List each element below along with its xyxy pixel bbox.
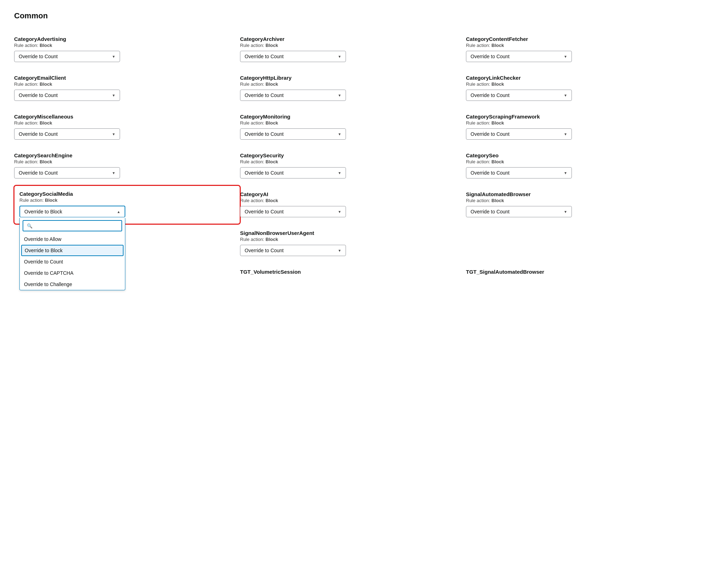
cat-seo-arrow: ▼ xyxy=(564,171,567,175)
tgt-volumetric-name: TGT_VolumetricSession xyxy=(240,269,459,275)
dropdown-item-count[interactable]: Override to Count xyxy=(20,256,125,267)
cat-miscellaneous-dropdown[interactable]: Override to Count ▼ xyxy=(14,128,120,140)
cat-miscellaneous-name: CategoryMiscellaneous xyxy=(14,114,233,120)
cat-archiver-dropdown-wrapper: Override to Count ▼ xyxy=(240,51,459,62)
cat-monitoring-name: CategoryMonitoring xyxy=(240,114,459,120)
cat-search-engine-dropdown[interactable]: Override to Count ▼ xyxy=(14,167,120,178)
cat-content-fetcher-rule: Rule action: Block xyxy=(466,43,685,48)
cell-cat-ai: CategoryAI Rule action: Block Override t… xyxy=(240,186,466,224)
cat-http-library-arrow: ▼ xyxy=(338,93,341,97)
cat-http-library-value: Override to Count xyxy=(245,92,284,98)
cat-advertising-rule: Rule action: Block xyxy=(14,43,233,48)
cat-social-media-rule: Rule action: Block xyxy=(19,198,234,203)
cat-scraping-framework-rule: Rule action: Block xyxy=(466,120,685,126)
cat-scraping-framework-dropdown[interactable]: Override to Count ▼ xyxy=(466,128,572,140)
cat-advertising-arrow: ▼ xyxy=(112,55,115,59)
cat-http-library-rule: Rule action: Block xyxy=(240,81,459,87)
cat-social-media-dropdown-wrapper: Override to Block ▲ 🔍 Override to Allow … xyxy=(19,206,234,217)
cat-content-fetcher-dropdown-wrapper: Override to Count ▼ xyxy=(466,51,685,62)
cat-ai-name: CategoryAI xyxy=(240,191,459,197)
cat-advertising-dropdown[interactable]: Override to Count ▼ xyxy=(14,51,120,62)
cat-link-checker-rule: Rule action: Block xyxy=(466,81,685,87)
cat-search-engine-dropdown-wrapper: Override to Count ▼ xyxy=(14,167,233,178)
cell-tgt-signal-automated: TGT_SignalAutomatedBrowser xyxy=(466,263,692,283)
cat-monitoring-rule: Rule action: Block xyxy=(240,120,459,126)
cat-security-value: Override to Count xyxy=(245,170,284,176)
cell-cat-miscellaneous: CategoryMiscellaneous Rule action: Block… xyxy=(14,108,240,147)
cat-security-dropdown[interactable]: Override to Count ▼ xyxy=(240,167,346,178)
cat-ai-dropdown-wrapper: Override to Count ▼ xyxy=(240,206,459,217)
cat-miscellaneous-dropdown-wrapper: Override to Count ▼ xyxy=(14,128,233,140)
cat-ai-rule: Rule action: Block xyxy=(240,198,459,203)
dropdown-item-challenge[interactable]: Override to Challenge xyxy=(20,279,125,290)
cat-email-client-arrow: ▼ xyxy=(112,93,115,97)
cat-http-library-dropdown[interactable]: Override to Count ▼ xyxy=(240,90,346,101)
cat-monitoring-arrow: ▼ xyxy=(338,132,341,136)
cat-content-fetcher-arrow: ▼ xyxy=(564,55,567,59)
cat-social-media-menu: 🔍 Override to Allow Override to Block Ov… xyxy=(19,218,125,290)
cat-seo-name: CategorySeo xyxy=(466,152,685,158)
cell-cat-email-client: CategoryEmailClient Rule action: Block O… xyxy=(14,69,240,108)
cat-archiver-dropdown[interactable]: Override to Count ▼ xyxy=(240,51,346,62)
cat-search-engine-name: CategorySearchEngine xyxy=(14,152,233,158)
cat-social-media-search-input[interactable] xyxy=(35,223,118,229)
cat-security-dropdown-wrapper: Override to Count ▼ xyxy=(240,167,459,178)
signal-automated-browser-dropdown-wrapper: Override to Count ▼ xyxy=(466,206,685,217)
cat-miscellaneous-rule: Rule action: Block xyxy=(14,120,233,126)
tgt-signal-automated-name: TGT_SignalAutomatedBrowser xyxy=(466,269,685,275)
dropdown-item-block[interactable]: Override to Block xyxy=(21,245,124,256)
cell-cat-http-library: CategoryHttpLibrary Rule action: Block O… xyxy=(240,69,466,108)
dropdown-item-allow[interactable]: Override to Allow xyxy=(20,234,125,245)
cat-archiver-rule: Rule action: Block xyxy=(240,43,459,48)
cat-content-fetcher-name: CategoryContentFetcher xyxy=(466,36,685,42)
cat-search-engine-value: Override to Count xyxy=(19,170,58,176)
cat-social-media-arrow: ▲ xyxy=(117,210,120,214)
main-grid: CategoryAdvertising Rule action: Block O… xyxy=(14,30,692,283)
cat-ai-value: Override to Count xyxy=(245,209,284,214)
cat-monitoring-value: Override to Count xyxy=(245,131,284,137)
dropdown-item-captcha[interactable]: Override to CAPTCHA xyxy=(20,267,125,279)
cat-security-name: CategorySecurity xyxy=(240,152,459,158)
cat-archiver-name: CategoryArchiver xyxy=(240,36,459,42)
cat-miscellaneous-value: Override to Count xyxy=(19,131,58,137)
cat-search-engine-arrow: ▼ xyxy=(112,171,115,175)
signal-non-browser-ua-rule: Rule action: Block xyxy=(240,237,459,242)
cat-scraping-framework-name: CategoryScrapingFramework xyxy=(466,114,685,120)
cell-cat-link-checker: CategoryLinkChecker Rule action: Block O… xyxy=(466,69,692,108)
cat-email-client-dropdown[interactable]: Override to Count ▼ xyxy=(14,90,120,101)
cat-monitoring-dropdown[interactable]: Override to Count ▼ xyxy=(240,128,346,140)
signal-non-browser-ua-dropdown[interactable]: Override to Count ▼ xyxy=(240,245,346,256)
cell-spacer-col3 xyxy=(466,224,692,263)
cat-content-fetcher-dropdown[interactable]: Override to Count ▼ xyxy=(466,51,572,62)
cat-link-checker-value: Override to Count xyxy=(471,92,510,98)
cat-social-media-value: Override to Block xyxy=(24,209,62,214)
cat-link-checker-name: CategoryLinkChecker xyxy=(466,75,685,81)
cat-scraping-framework-arrow: ▼ xyxy=(564,132,567,136)
cell-cat-scraping-framework: CategoryScrapingFramework Rule action: B… xyxy=(466,108,692,147)
cat-social-media-dropdown[interactable]: Override to Block ▲ xyxy=(19,206,125,217)
cat-scraping-framework-value: Override to Count xyxy=(471,131,510,137)
signal-automated-browser-name: SignalAutomatedBrowser xyxy=(466,191,685,197)
cat-archiver-value: Override to Count xyxy=(245,54,284,59)
cat-ai-dropdown[interactable]: Override to Count ▼ xyxy=(240,206,346,217)
cell-cat-monitoring: CategoryMonitoring Rule action: Block Ov… xyxy=(240,108,466,147)
cat-security-arrow: ▼ xyxy=(338,171,341,175)
signal-automated-browser-rule: Rule action: Block xyxy=(466,198,685,203)
cat-seo-rule: Rule action: Block xyxy=(466,159,685,164)
cell-cat-content-fetcher: CategoryContentFetcher Rule action: Bloc… xyxy=(466,30,692,69)
cat-seo-dropdown[interactable]: Override to Count ▼ xyxy=(466,167,572,178)
cat-email-client-dropdown-wrapper: Override to Count ▼ xyxy=(14,90,233,101)
cat-link-checker-dropdown[interactable]: Override to Count ▼ xyxy=(466,90,572,101)
cell-cat-archiver: CategoryArchiver Rule action: Block Over… xyxy=(240,30,466,69)
cell-cat-security: CategorySecurity Rule action: Block Over… xyxy=(240,147,466,186)
cat-link-checker-arrow: ▼ xyxy=(564,93,567,97)
cat-security-rule: Rule action: Block xyxy=(240,159,459,164)
signal-automated-browser-dropdown[interactable]: Override to Count ▼ xyxy=(466,206,572,217)
cat-seo-value: Override to Count xyxy=(471,170,510,176)
signal-automated-browser-arrow: ▼ xyxy=(564,210,567,214)
cat-seo-dropdown-wrapper: Override to Count ▼ xyxy=(466,167,685,178)
cell-cat-seo: CategorySeo Rule action: Block Override … xyxy=(466,147,692,186)
cell-tgt-volumetric: TGT_VolumetricSession xyxy=(240,263,466,283)
cell-signal-automated-browser: SignalAutomatedBrowser Rule action: Bloc… xyxy=(466,186,692,224)
cat-scraping-framework-dropdown-wrapper: Override to Count ▼ xyxy=(466,128,685,140)
